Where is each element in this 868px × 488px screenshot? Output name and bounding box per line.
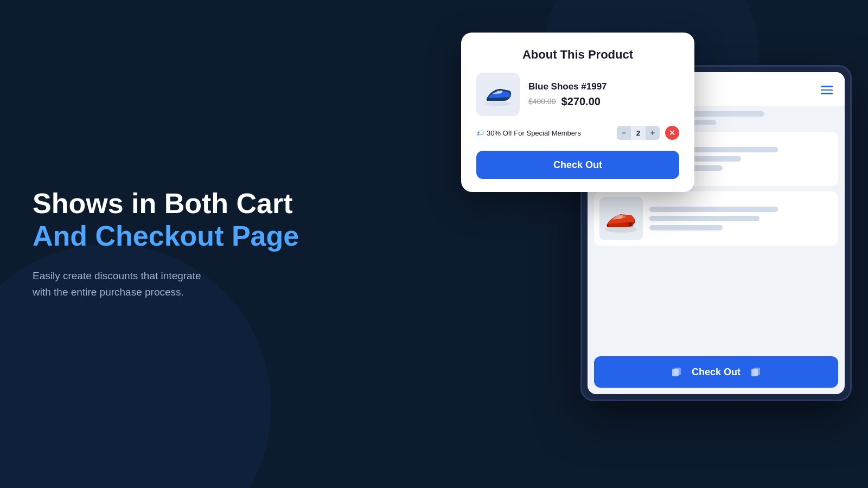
hamburger-line-1: [821, 86, 833, 87]
heading-line2: And Checkout Page: [33, 220, 299, 252]
price-original: $400.00: [528, 97, 556, 106]
remove-item-button[interactable]: ✕: [665, 126, 679, 140]
modal-checkout-button[interactable]: Check Out: [476, 151, 679, 179]
checkout-icon-right: [749, 365, 762, 378]
svg-rect-4: [674, 368, 681, 375]
sub-text: Easily create discounts that integrate w…: [33, 267, 315, 300]
right-section: Cart Page: [353, 0, 868, 488]
discount-label: 30% Off For Special Members: [487, 129, 581, 137]
discount-badge: 🏷 30% Off For Special Members: [476, 129, 581, 137]
cart-checkout-label: Check Out: [692, 367, 741, 378]
price-row: $400.00 $270.00: [528, 95, 679, 108]
product-row: Blue Shoes #1997 $400.00 $270.00: [476, 73, 679, 116]
hamburger-icon[interactable]: [821, 86, 833, 94]
quantity-value: 2: [631, 129, 646, 137]
quantity-increase-button[interactable]: +: [646, 126, 660, 140]
tag-icon: 🏷: [476, 129, 484, 137]
heading-line1: Shows in Both Cart: [33, 188, 293, 219]
svg-rect-6: [754, 368, 760, 375]
cart-checkout-button[interactable]: Check Out: [594, 356, 838, 388]
left-section: Shows in Both Cart And Checkout Page Eas…: [33, 188, 315, 300]
cart-item-image-2: [599, 197, 643, 240]
price-discounted: $270.00: [561, 95, 601, 108]
subtext-line2: with the entire purchase process.: [33, 286, 184, 298]
product-shoe-svg: [482, 80, 514, 108]
product-thumbnail: [476, 73, 520, 116]
main-heading: Shows in Both Cart And Checkout Page: [33, 188, 315, 253]
hamburger-line-3: [821, 93, 833, 94]
quantity-control[interactable]: − 2 +: [617, 126, 660, 140]
product-modal: About This Product Blue Shoes #1997 $400…: [461, 33, 694, 192]
hamburger-line-2: [821, 89, 833, 91]
subtext-line1: Easily create discounts that integrate: [33, 269, 201, 281]
product-name: Blue Shoes #1997: [528, 81, 679, 92]
quantity-decrease-button[interactable]: −: [617, 126, 631, 140]
modal-title: About This Product: [476, 48, 679, 62]
checkout-icon-left: [670, 365, 683, 378]
discount-row: 🏷 30% Off For Special Members − 2 + ✕: [476, 126, 679, 140]
svg-point-7: [485, 101, 511, 106]
item-line: [649, 225, 723, 230]
item-line: [649, 216, 760, 221]
cart-item-info-2: [649, 207, 833, 230]
product-info: Blue Shoes #1997 $400.00 $270.00: [528, 81, 679, 108]
red-shoe-svg: [602, 202, 640, 235]
item-line: [649, 207, 778, 212]
cart-item: [594, 191, 838, 246]
